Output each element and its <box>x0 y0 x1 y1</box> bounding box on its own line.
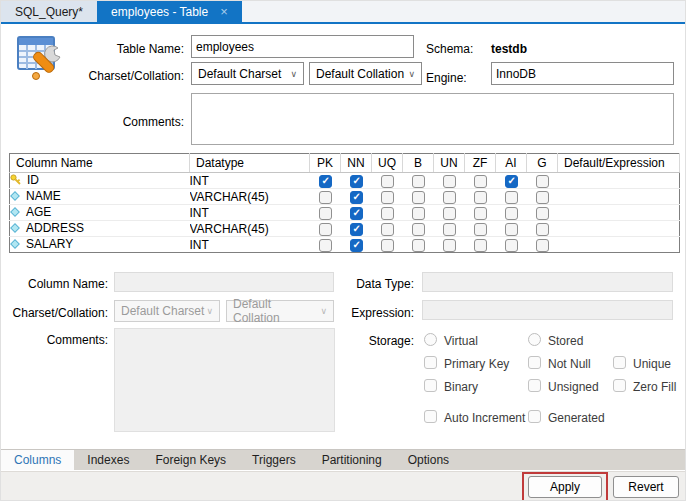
tab-sql-query[interactable]: SQL_Query* <box>1 1 97 22</box>
header-un[interactable]: UN <box>434 154 465 173</box>
b-checkbox[interactable] <box>412 223 425 236</box>
header-zf[interactable]: ZF <box>465 154 496 173</box>
header-g[interactable]: G <box>527 154 558 173</box>
g-checkbox[interactable] <box>536 191 549 204</box>
table-name-input[interactable] <box>191 35 414 58</box>
apply-button[interactable]: Apply <box>528 476 602 498</box>
revert-button[interactable]: Revert <box>613 476 679 498</box>
zf-checkbox[interactable] <box>474 191 487 204</box>
tab-columns[interactable]: Columns <box>1 450 74 470</box>
uq-checkbox[interactable] <box>381 175 394 188</box>
column-row-id[interactable]: ID INT <box>10 173 680 189</box>
default-expression-cell[interactable] <box>558 173 680 189</box>
un-checkbox[interactable] <box>443 239 456 252</box>
un-checkbox[interactable] <box>443 207 456 220</box>
pk-checkbox[interactable] <box>319 223 332 236</box>
engine-input[interactable] <box>491 62 674 85</box>
uq-checkbox[interactable] <box>381 191 394 204</box>
schema-value: testdb <box>491 42 527 56</box>
detail-expression-input[interactable] <box>422 300 673 320</box>
header-pk[interactable]: PK <box>310 154 341 173</box>
pk-checkbox[interactable] <box>319 207 332 220</box>
b-checkbox[interactable] <box>412 175 425 188</box>
detail-column-name-input[interactable] <box>114 272 334 292</box>
column-row-address[interactable]: ADDRESS VARCHAR(45) <box>10 221 680 237</box>
default-expression-cell[interactable] <box>558 205 680 221</box>
detail-comments-textarea[interactable] <box>114 328 335 432</box>
tab-triggers[interactable]: Triggers <box>239 450 309 470</box>
header-ai[interactable]: AI <box>496 154 527 173</box>
g-checkbox[interactable] <box>536 239 549 252</box>
nn-checkbox[interactable] <box>350 207 363 220</box>
zf-checkbox[interactable] <box>474 239 487 252</box>
pk-checkbox[interactable] <box>319 191 332 204</box>
column-diamond-icon <box>10 206 20 220</box>
detail-charset-dropdown[interactable]: Default Charset ∨ <box>114 300 220 322</box>
detail-charset-collation-label: Charset/Collation: <box>8 306 108 320</box>
unique-checkbox[interactable] <box>613 356 626 369</box>
stored-radio[interactable] <box>528 333 541 346</box>
header-datatype[interactable]: Datatype <box>190 154 310 173</box>
g-checkbox[interactable] <box>536 175 549 188</box>
column-row-name[interactable]: NAME VARCHAR(45) <box>10 189 680 205</box>
nn-checkbox[interactable] <box>350 175 363 188</box>
column-row-age[interactable]: AGE INT <box>10 205 680 221</box>
un-checkbox[interactable] <box>443 175 456 188</box>
un-checkbox[interactable] <box>443 223 456 236</box>
uq-checkbox[interactable] <box>381 223 394 236</box>
tab-foreign-keys[interactable]: Foreign Keys <box>142 450 239 470</box>
detail-data-type-input[interactable] <box>422 272 673 292</box>
header-column-name[interactable]: Column Name <box>10 154 190 173</box>
default-expression-cell[interactable] <box>558 237 680 253</box>
default-expression-cell[interactable] <box>558 221 680 237</box>
un-checkbox[interactable] <box>443 191 456 204</box>
header-b[interactable]: B <box>403 154 434 173</box>
table-comments-textarea[interactable] <box>191 93 674 145</box>
primary-key-checkbox[interactable] <box>424 356 437 369</box>
close-icon[interactable]: × <box>220 5 228 18</box>
uq-checkbox[interactable] <box>381 207 394 220</box>
b-checkbox[interactable] <box>412 191 425 204</box>
binary-checkbox[interactable] <box>424 379 437 392</box>
uq-checkbox[interactable] <box>381 239 394 252</box>
collation-dropdown[interactable]: Default Collation ∨ <box>309 62 422 85</box>
default-expression-cell[interactable] <box>558 189 680 205</box>
ai-checkbox[interactable] <box>505 175 518 188</box>
zf-checkbox[interactable] <box>474 207 487 220</box>
not-null-label: Not Null <box>548 357 591 371</box>
zero-fill-checkbox[interactable] <box>613 379 626 392</box>
charset-dropdown[interactable]: Default Charset ∨ <box>191 62 304 85</box>
ai-checkbox[interactable] <box>505 239 518 252</box>
ai-checkbox[interactable] <box>505 223 518 236</box>
pk-checkbox[interactable] <box>319 175 332 188</box>
nn-checkbox[interactable] <box>350 191 363 204</box>
header-nn[interactable]: NN <box>341 154 372 173</box>
tab-options[interactable]: Options <box>395 450 462 470</box>
header-uq[interactable]: UQ <box>372 154 403 173</box>
g-checkbox[interactable] <box>536 223 549 236</box>
b-checkbox[interactable] <box>412 207 425 220</box>
generated-checkbox[interactable] <box>528 410 541 423</box>
virtual-radio[interactable] <box>424 333 437 346</box>
tab-partitioning[interactable]: Partitioning <box>309 450 395 470</box>
header-default-expression[interactable]: Default/Expression <box>558 154 680 173</box>
tab-employees-table[interactable]: employees - Table × <box>97 1 242 22</box>
nn-checkbox[interactable] <box>350 239 363 252</box>
auto-increment-checkbox[interactable] <box>424 410 437 423</box>
zf-checkbox[interactable] <box>474 175 487 188</box>
g-checkbox[interactable] <box>536 207 549 220</box>
b-checkbox[interactable] <box>412 239 425 252</box>
unsigned-checkbox[interactable] <box>528 379 541 392</box>
footer-bar: Apply Revert <box>1 471 685 501</box>
detail-collation-dropdown[interactable]: Default Collation ∨ <box>226 300 334 322</box>
ai-checkbox[interactable] <box>505 207 518 220</box>
mysql-workbench-table-editor: SQL_Query* employees - Table × Table Nam… <box>0 0 686 501</box>
not-null-checkbox[interactable] <box>528 356 541 369</box>
pk-checkbox[interactable] <box>319 239 332 252</box>
tab-indexes[interactable]: Indexes <box>74 450 142 470</box>
zero-fill-label: Zero Fill <box>633 380 676 394</box>
nn-checkbox[interactable] <box>350 223 363 236</box>
column-row-salary[interactable]: SALARY INT <box>10 237 680 253</box>
zf-checkbox[interactable] <box>474 223 487 236</box>
ai-checkbox[interactable] <box>505 191 518 204</box>
